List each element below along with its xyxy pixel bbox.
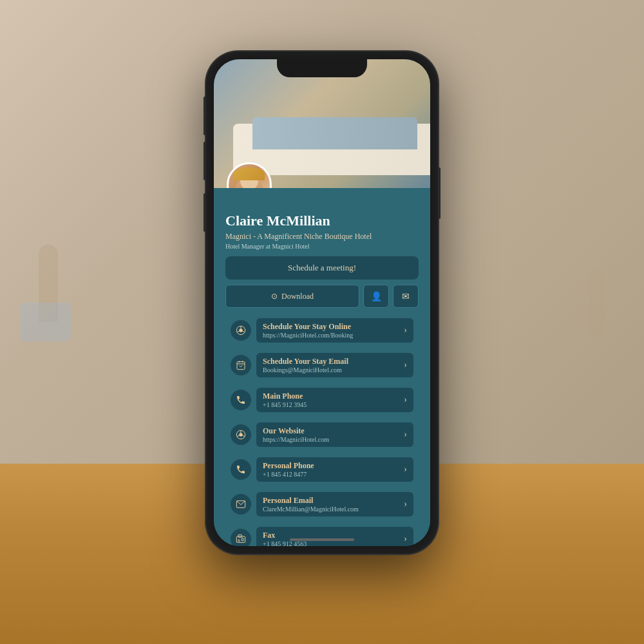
home-indicator <box>290 538 354 541</box>
scroll-area[interactable]: Claire McMillian Magnici - A Magnificent… <box>214 188 430 546</box>
contact-value-3: https://MagniciHotel.com <box>263 436 329 443</box>
phone-device: Claire McMillian Magnici - A Magnificent… <box>206 52 438 554</box>
contact-label-3: Our Website <box>263 426 329 436</box>
add-contact-button[interactable]: 👤 <box>363 285 389 308</box>
svg-rect-5 <box>237 362 245 370</box>
arrow-icon-4: › <box>404 464 407 475</box>
fax-icon-6 <box>231 529 251 546</box>
contact-label-0: Schedule Your Stay Online <box>263 322 353 332</box>
action-row: ⊙ Download 👤 ✉ <box>225 285 419 308</box>
phone-screen: Claire McMillian Magnici - A Magnificent… <box>214 59 430 546</box>
svg-line-4 <box>237 331 240 332</box>
arrow-icon-3: › <box>404 430 407 440</box>
contact-value-5: ClareMcMillian@MagniciHotel.com <box>263 506 359 513</box>
person-add-icon: 👤 <box>371 291 382 302</box>
avatar-hair <box>234 167 265 180</box>
contact-card-4[interactable]: Personal Phone +1 845 412 8477 › <box>256 457 413 482</box>
svg-rect-16 <box>238 535 242 537</box>
hero-image <box>214 59 430 188</box>
email-icon-5 <box>231 494 251 515</box>
list-item[interactable]: Personal Email ClareMcMillian@MagniciHot… <box>225 488 419 520</box>
arrow-icon-6: › <box>404 534 407 544</box>
arrow-icon-2: › <box>404 395 407 405</box>
company-name: Magnici - A Magnificent Niche Boutique H… <box>225 232 419 242</box>
contact-label-1: Schedule Your Stay Email <box>263 357 348 366</box>
list-item[interactable]: Our Website https://MagniciHotel.com › <box>225 419 419 451</box>
phone-icon-4 <box>231 459 251 480</box>
contact-value-2: +1 845 912 3945 <box>263 401 307 408</box>
download-icon: ⊙ <box>271 292 278 301</box>
contact-list: Schedule Your Stay Online https://Magnic… <box>225 314 419 546</box>
svg-point-10 <box>239 433 242 436</box>
svg-point-1 <box>239 328 242 332</box>
arrow-icon-0: › <box>404 325 407 336</box>
list-item[interactable]: Personal Phone +1 845 412 8477 › <box>225 453 419 486</box>
avatar <box>227 162 272 188</box>
contact-value-6: +1 845 912 4563 <box>263 540 307 546</box>
download-button[interactable]: ⊙ Download <box>225 285 359 308</box>
list-item[interactable]: Schedule Your Stay Email Bookings@Magnic… <box>225 349 419 381</box>
contact-text-2: Main Phone +1 845 912 3945 <box>263 392 307 408</box>
contact-card-2[interactable]: Main Phone +1 845 912 3945 › <box>256 388 413 412</box>
contact-text-0: Schedule Your Stay Online https://Magnic… <box>263 322 353 339</box>
svg-line-3 <box>242 331 245 332</box>
calendar-icon-1 <box>231 355 251 375</box>
arrow-icon-5: › <box>404 499 407 509</box>
list-item[interactable]: Fax +1 845 912 4563 › <box>225 523 419 546</box>
contact-card-1[interactable]: Schedule Your Stay Email Bookings@Magnic… <box>256 353 413 377</box>
envelope-icon: ✉ <box>402 291 410 302</box>
chrome-icon-0 <box>231 320 251 341</box>
lamp-decoration-right <box>589 270 605 335</box>
contact-label-4: Personal Phone <box>263 461 314 471</box>
svg-line-13 <box>237 435 240 437</box>
contact-value-4: +1 845 412 8477 <box>263 471 314 478</box>
contact-label-2: Main Phone <box>263 392 307 401</box>
person-name: Claire McMillian <box>225 213 419 229</box>
contact-card-6[interactable]: Fax +1 845 912 4563 › <box>256 527 413 546</box>
svg-line-12 <box>242 435 245 437</box>
list-item[interactable]: Main Phone +1 845 912 3945 › <box>225 384 419 416</box>
contact-card-3[interactable]: Our Website https://MagniciHotel.com › <box>256 422 413 447</box>
contact-label-5: Personal Email <box>263 496 359 506</box>
phone-frame: Claire McMillian Magnici - A Magnificent… <box>206 52 438 554</box>
job-title: Hotel Manager at Magnici Hotel <box>225 243 419 250</box>
chrome-icon-3 <box>231 424 251 445</box>
phone-notch <box>277 59 367 77</box>
contact-text-4: Personal Phone +1 845 412 8477 <box>263 461 314 478</box>
schedule-meeting-button[interactable]: Schedule a meeting! <box>225 256 419 279</box>
arrow-icon-1: › <box>404 360 407 370</box>
svg-rect-17 <box>242 538 243 541</box>
contact-text-1: Schedule Your Stay Email Bookings@Magnic… <box>263 357 348 374</box>
download-label: Download <box>281 292 314 301</box>
contact-text-3: Our Website https://MagniciHotel.com <box>263 426 329 443</box>
pillow-decoration <box>19 303 71 341</box>
contact-value-0: https://MagniciHotel.com/Booking <box>263 332 353 339</box>
contact-card-0[interactable]: Schedule Your Stay Online https://Magnic… <box>256 318 413 343</box>
phone-icon-2 <box>231 390 251 410</box>
list-item[interactable]: Schedule Your Stay Online https://Magnic… <box>225 314 419 346</box>
contact-card-5[interactable]: Personal Email ClareMcMillian@MagniciHot… <box>256 492 413 516</box>
profile-info-section: Claire McMillian Magnici - A Magnificent… <box>214 188 430 546</box>
contact-text-5: Personal Email ClareMcMillian@MagniciHot… <box>263 496 359 513</box>
email-button[interactable]: ✉ <box>393 285 419 308</box>
contact-value-1: Bookings@MagniciHotel.com <box>263 366 348 374</box>
